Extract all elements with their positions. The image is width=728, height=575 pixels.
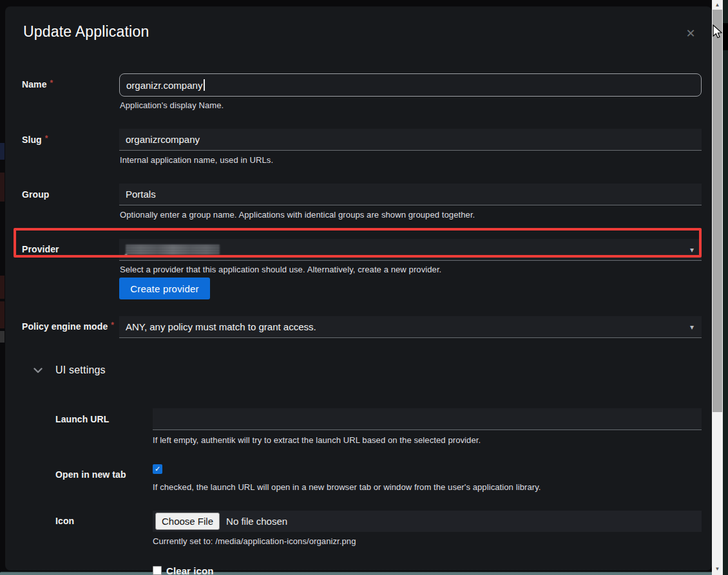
chevron-down-icon xyxy=(34,364,43,376)
ui-settings-section-toggle[interactable]: UI settings xyxy=(34,364,106,376)
policy-engine-mode-select[interactable]: ANY, any policy must match to grant acce… xyxy=(119,316,702,338)
scroll-up-icon[interactable]: ▲ xyxy=(712,0,723,10)
chevron-down-icon: ▾ xyxy=(690,246,694,254)
backdrop-right-strip xyxy=(723,0,728,575)
close-icon[interactable]: ✕ xyxy=(683,26,698,41)
required-asterisk: * xyxy=(111,321,114,330)
group-label: Group xyxy=(22,189,50,200)
slug-input[interactable]: organizrcompany xyxy=(119,129,702,151)
backdrop-fragment xyxy=(0,173,5,202)
check-icon: ✓ xyxy=(155,465,160,473)
clear-icon-checkbox[interactable] xyxy=(153,566,162,575)
provider-select[interactable]: ▾ xyxy=(119,239,702,261)
create-provider-button[interactable]: Create provider xyxy=(119,278,210,299)
update-application-modal: Update Application ✕ Name * organizr.com… xyxy=(5,6,712,570)
policy-engine-mode-label: Policy engine mode * xyxy=(22,321,114,332)
chevron-down-icon: ▾ xyxy=(690,323,694,331)
backdrop-fragment xyxy=(0,143,5,160)
group-help: Optionally enter a group name. Applicati… xyxy=(120,210,475,220)
modal-title: Update Application xyxy=(23,23,149,41)
backdrop-fragment xyxy=(0,301,5,328)
slug-label: Slug * xyxy=(22,135,48,145)
icon-label: Icon xyxy=(55,516,74,526)
launch-url-input[interactable] xyxy=(153,408,702,430)
name-label: Name * xyxy=(22,79,53,90)
scroll-down-icon[interactable]: ▼ xyxy=(712,564,723,574)
launch-url-help: If left empty, authentik will try to ext… xyxy=(153,435,481,445)
vertical-scrollbar[interactable]: ▲ ▼ xyxy=(712,0,723,575)
ui-settings-section-label: UI settings xyxy=(55,364,106,376)
backdrop-fragment xyxy=(0,276,5,299)
group-input[interactable]: Portals xyxy=(119,184,702,205)
icon-file-input[interactable]: Choose File No file chosen xyxy=(153,511,702,532)
provider-label: Provider xyxy=(22,244,59,254)
name-help: Application's display Name. xyxy=(120,100,224,110)
backdrop-right-patch xyxy=(723,23,728,50)
launch-url-label: Launch URL xyxy=(55,414,109,424)
open-in-new-tab-help: If checked, the launch URL will open in … xyxy=(153,482,541,492)
open-in-new-tab-checkbox[interactable]: ✓ xyxy=(153,464,162,474)
file-status-text: No file chosen xyxy=(226,516,287,527)
name-input[interactable]: organizr.company xyxy=(119,73,702,97)
backdrop-fragment xyxy=(0,331,5,343)
scrollbar-thumb[interactable] xyxy=(713,10,722,412)
backdrop-bottom-strip xyxy=(0,572,723,575)
choose-file-button[interactable]: Choose File xyxy=(155,513,220,530)
required-asterisk: * xyxy=(50,79,53,88)
required-asterisk: * xyxy=(45,134,48,143)
clear-icon-label: Clear icon xyxy=(166,565,214,575)
slug-help: Internal application name, used in URLs. xyxy=(120,155,273,165)
icon-help: Currently set to: /media/application-ico… xyxy=(153,536,356,546)
redacted-provider-value xyxy=(126,245,220,255)
open-in-new-tab-label: Open in new tab xyxy=(55,469,126,480)
page: { "modal": { "title": "Update Applicatio… xyxy=(0,0,728,575)
provider-help: Select a provider that this application … xyxy=(120,265,441,274)
text-caret xyxy=(204,79,205,91)
